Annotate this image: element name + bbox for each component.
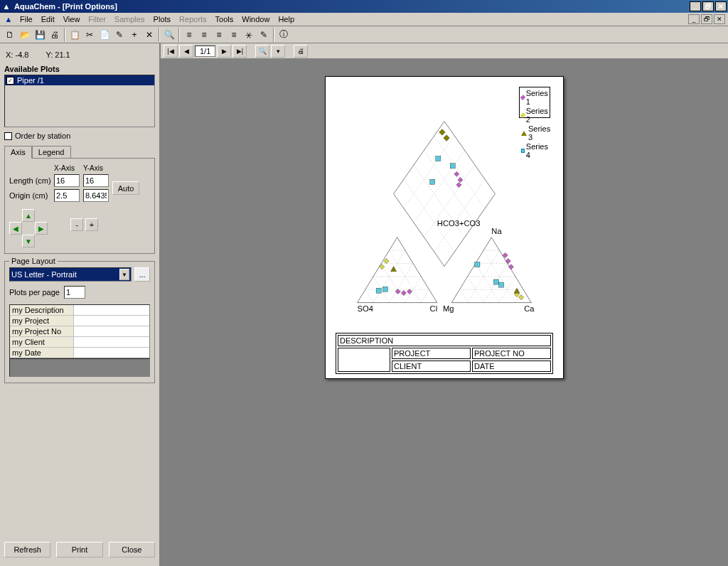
checkbox-icon[interactable]: ✓	[6, 77, 14, 85]
svg-marker-55	[391, 267, 397, 272]
paper-size-combo[interactable]: US Letter - Portrait ▼	[9, 267, 132, 282]
align-right-icon[interactable]: ≡	[212, 28, 226, 42]
meta-date-label: my Date	[10, 348, 74, 358]
minus-button[interactable]: -	[70, 218, 83, 231]
close-button[interactable]: Close	[109, 542, 155, 557]
menu-file[interactable]: File	[16, 14, 37, 25]
menu-plots[interactable]: Plots	[149, 14, 175, 25]
dpad-up-button[interactable]: ▲	[22, 209, 35, 222]
meta-projectno-value[interactable]	[74, 326, 149, 336]
copy-icon[interactable]: 📋	[68, 28, 82, 42]
axis-panel: X-Axis Y-Axis Length (cm) Auto Origin (c…	[4, 158, 155, 254]
minimize-button[interactable]: _	[690, 1, 701, 11]
plots-per-page-input[interactable]	[64, 286, 85, 299]
menu-view[interactable]: View	[59, 14, 85, 25]
menu-filter: Filter	[84, 14, 109, 25]
info-icon[interactable]: ⓘ	[277, 28, 291, 42]
align-left-icon[interactable]: ≡	[182, 28, 196, 42]
zoom-dropdown-button[interactable]: ▾	[271, 45, 285, 58]
paper-size-value: US Letter - Portrait	[11, 270, 77, 279]
svg-rect-45	[454, 171, 459, 176]
menu-help[interactable]: Help	[274, 14, 299, 25]
svg-rect-56	[475, 262, 480, 267]
mdi-minimize-button[interactable]: _	[688, 14, 700, 24]
align-center-icon[interactable]: ≡	[197, 28, 211, 42]
prev-page-button[interactable]: ◀	[179, 45, 193, 58]
find-icon[interactable]: 🔍	[162, 28, 176, 42]
svg-rect-40	[439, 129, 446, 136]
length-x-input[interactable]	[54, 174, 80, 187]
tab-legend[interactable]: Legend	[32, 146, 71, 158]
page-layout-legend: Page Layout	[9, 257, 58, 265]
mdi-app-icon: ▲	[3, 14, 14, 25]
print-button[interactable]: Print	[56, 542, 102, 557]
origin-x-input[interactable]	[54, 189, 80, 202]
menu-tools[interactable]: Tools	[211, 14, 238, 25]
titlebar: ▲ AquaChem - [Print Options] _ 🗗 ✕	[0, 0, 728, 13]
edit-icon[interactable]: ✎	[112, 28, 127, 42]
y-axis-header: Y-Axis	[83, 164, 110, 172]
mdi-close-button[interactable]: ✕	[714, 14, 725, 24]
toolbar: 🗋 📂 💾 🖨 📋 ✂ 📄 ✎ + ✕ 🔍 ≡ ≡ ≡ ≡ ⚹ ✎ ⓘ	[0, 26, 728, 43]
last-page-button[interactable]: ▶|	[232, 45, 247, 58]
svg-rect-44	[430, 179, 435, 184]
meta-client-value[interactable]	[74, 337, 149, 347]
auto-button[interactable]: Auto	[112, 181, 139, 195]
menu-window[interactable]: Window	[237, 14, 274, 25]
next-page-button[interactable]: ▶	[217, 45, 231, 58]
menu-edit[interactable]: Edit	[37, 14, 59, 25]
svg-line-6	[424, 150, 474, 223]
paper-ellipsis-button[interactable]: ...	[134, 267, 150, 282]
zoom-button[interactable]: 🔍	[255, 45, 269, 58]
tab-axis[interactable]: Axis	[4, 146, 32, 159]
origin-label: Origin (cm)	[9, 191, 52, 200]
svg-line-13	[421, 289, 429, 302]
svg-rect-51	[382, 287, 387, 292]
meta-description-value[interactable]	[74, 305, 149, 315]
meta-date-value[interactable]	[74, 348, 149, 358]
plot-legend: Series 1 Series 2 Series 3 Series 4	[519, 87, 550, 118]
menubar: ▲ File Edit View Filter Samples Plots Re…	[0, 13, 728, 26]
sep-icon	[273, 28, 274, 42]
dpad-left-button[interactable]: ◀	[9, 222, 22, 235]
order-by-station-checkbox[interactable]	[4, 132, 12, 140]
metadata-grid[interactable]: my Description my Project my Project No …	[9, 304, 150, 358]
print-icon[interactable]: 🖨	[48, 28, 62, 42]
svg-rect-48	[384, 259, 389, 264]
meta-description-label: my Description	[10, 305, 74, 315]
meta-client-label: my Client	[10, 337, 74, 347]
paste-icon[interactable]: 📄	[97, 28, 112, 42]
close-window-button[interactable]: ✕	[715, 1, 727, 11]
dpad-down-button[interactable]: ▼	[22, 235, 35, 247]
add-icon[interactable]: +	[127, 28, 141, 42]
restore-button[interactable]: 🗗	[702, 1, 714, 11]
list-item[interactable]: ✓ Piper /1	[5, 75, 154, 85]
preview-canvas[interactable]: Series 1 Series 2 Series 3 Series 4	[161, 59, 728, 566]
print-preview-button[interactable]: 🖨	[294, 45, 308, 58]
cut-icon[interactable]: ✂	[82, 28, 97, 42]
new-icon[interactable]: 🗋	[3, 28, 17, 42]
pen-icon[interactable]: ✎	[257, 28, 271, 42]
svg-rect-52	[395, 289, 400, 294]
meta-project-value[interactable]	[74, 316, 149, 326]
origin-y-input[interactable]	[83, 189, 109, 202]
length-y-input[interactable]	[83, 174, 109, 187]
available-plots-list[interactable]: ✓ Piper /1	[4, 75, 155, 127]
wand-icon[interactable]: ⚹	[242, 28, 256, 42]
plus-button[interactable]: +	[85, 218, 98, 231]
refresh-button[interactable]: Refresh	[4, 542, 50, 557]
dpad-right-button[interactable]: ▶	[35, 222, 48, 235]
svg-rect-41	[444, 135, 450, 142]
open-icon[interactable]: 📂	[18, 28, 32, 42]
save-icon[interactable]: 💾	[33, 28, 47, 42]
dpad: ▲ ◀▶ ▼	[9, 209, 48, 247]
first-page-button[interactable]: |◀	[164, 45, 178, 58]
preview-area: |◀ ◀ 1/1 ▶ ▶| 🔍 ▾ 🖨 Series 1 Series 2 Se…	[161, 43, 728, 566]
list-icon[interactable]: ≡	[227, 28, 241, 42]
delete-icon[interactable]: ✕	[142, 28, 156, 42]
preview-toolbar: |◀ ◀ 1/1 ▶ ▶| 🔍 ▾ 🖨	[161, 43, 728, 59]
mdi-restore-button[interactable]: 🗗	[701, 14, 712, 24]
svg-rect-60	[505, 259, 510, 264]
sidebar: X: -4.8 Y: 21.1 Available Plots ✓ Piper …	[0, 43, 161, 566]
svg-text:HCO3+CO3: HCO3+CO3	[437, 220, 481, 228]
